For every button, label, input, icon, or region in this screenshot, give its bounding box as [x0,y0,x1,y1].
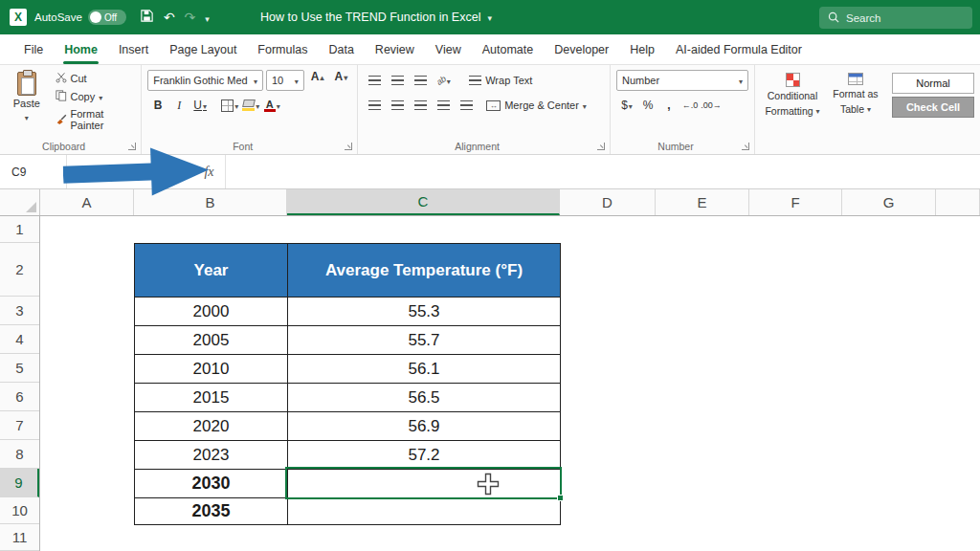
number-dialog-launcher-icon[interactable] [742,143,749,150]
font-color-button[interactable]: A [261,95,282,116]
number-format-select[interactable]: Number [616,70,748,91]
percent-style-button[interactable]: % [637,95,658,116]
accounting-format-button[interactable]: $ [616,95,637,116]
column-header-f[interactable]: F [749,189,842,215]
formula-input[interactable] [226,155,980,188]
document-title[interactable]: How to Use the TREND Function in Excel [260,0,492,34]
excel-logo-icon[interactable]: X [10,9,27,26]
row-header-3[interactable]: 3 [0,297,39,325]
spreadsheet[interactable]: A B C D E F G 1 2 3 4 5 6 7 8 9 10 11 Ye… [0,189,980,551]
cell-b8[interactable]: 2023 [135,441,288,470]
cell-c9-selected[interactable] [288,470,561,498]
table-header-temperature[interactable]: Average Temperature (°F) [288,244,561,298]
font-dialog-launcher-icon[interactable] [345,143,352,150]
conditional-formatting-button[interactable]: Conditional Formatting [761,70,824,137]
row-headers: 1 2 3 4 5 6 7 8 9 10 11 [0,216,40,551]
cut-button[interactable]: Cut [52,70,136,87]
increase-decimal-button[interactable]: ←.0 [679,95,701,116]
qat-customize-caret-icon[interactable] [205,10,210,25]
align-right-button[interactable] [410,95,431,116]
merge-center-button[interactable]: ↔ Merge & Center [482,98,590,113]
undo-icon[interactable] [164,10,175,25]
cell-c6[interactable]: 56.5 [288,384,561,412]
tab-home[interactable]: Home [54,34,108,64]
tab-developer[interactable]: Developer [544,34,619,64]
italic-button[interactable]: I [168,95,189,116]
column-header-e[interactable]: E [656,189,749,215]
tab-help[interactable]: Help [619,34,665,64]
underline-button[interactable]: U [189,95,211,116]
tab-view[interactable]: View [425,34,472,64]
cell-style-check-cell[interactable]: Check Cell [892,97,974,118]
cell-b4[interactable]: 2005 [135,326,288,355]
column-header-partial[interactable] [936,189,980,215]
save-icon[interactable] [140,9,154,26]
cell-b9[interactable]: 2030 [135,470,288,498]
table-header-year[interactable]: Year [135,244,288,298]
cell-b3[interactable]: 2000 [135,298,288,326]
tab-file[interactable]: File [13,34,54,64]
align-left-button[interactable] [364,95,385,116]
align-top-button[interactable] [364,70,385,91]
row-header-4[interactable]: 4 [0,325,39,354]
cell-c4[interactable]: 55.7 [288,326,561,355]
copy-button[interactable]: Copy [52,88,136,105]
redo-icon[interactable] [185,10,196,25]
tab-automate[interactable]: Automate [472,34,545,64]
column-header-d[interactable]: D [560,189,656,215]
cell-b5[interactable]: 2010 [135,355,288,384]
autosave-toggle[interactable]: Off [88,10,126,25]
tab-insert[interactable]: Insert [108,34,159,64]
cell-c5[interactable]: 56.1 [288,355,561,384]
name-box[interactable]: C9 [0,155,67,188]
font-size-select[interactable]: 10 [266,70,304,91]
alignment-dialog-launcher-icon[interactable] [597,143,605,150]
cell-c8[interactable]: 57.2 [288,441,561,470]
font-name-select[interactable]: Franklin Gothic Med [147,70,263,91]
increase-font-size-button[interactable]: A [307,70,328,91]
select-all-corner[interactable] [0,189,40,215]
format-as-table-button[interactable]: Format as Table [824,70,887,137]
decrease-indent-button[interactable] [433,95,454,116]
row-header-5[interactable]: 5 [0,354,39,383]
wrap-text-button[interactable]: Wrap Text [465,73,536,88]
paste-button[interactable]: Paste [6,70,48,137]
cell-style-normal[interactable]: Normal [892,73,974,94]
borders-button[interactable] [219,95,240,116]
row-header-8[interactable]: 8 [0,440,39,469]
row-header-6[interactable]: 6 [0,383,39,411]
cell-c3[interactable]: 55.3 [288,298,561,326]
tab-data[interactable]: Data [318,34,364,64]
fill-color-button[interactable] [240,95,261,116]
decrease-decimal-button[interactable]: .00→ [701,95,722,116]
tab-ai-formula-editor[interactable]: AI-aided Formula Editor [665,34,813,64]
row-header-2[interactable]: 2 [0,243,39,297]
row-header-10[interactable]: 10 [0,497,39,524]
cell-b7[interactable]: 2020 [135,412,288,441]
align-center-button[interactable] [387,95,408,116]
align-middle-button[interactable] [387,70,408,91]
cell-c7[interactable]: 56.9 [288,412,561,441]
cell-b6[interactable]: 2015 [135,384,288,412]
row-header-9[interactable]: 9 [0,469,39,497]
column-header-g[interactable]: G [842,189,936,215]
autosave-control[interactable]: AutoSave Off [34,10,126,25]
search-box[interactable]: Search [819,7,972,29]
column-header-c[interactable]: C [287,189,560,215]
increase-indent-button[interactable] [456,95,477,116]
comma-style-button[interactable]: , [658,95,679,116]
tab-formulas[interactable]: Formulas [247,34,318,64]
format-painter-button[interactable]: Format Painter [52,106,136,133]
align-bottom-button[interactable] [410,70,431,91]
conditional-formatting-icon [786,73,800,87]
row-header-1[interactable]: 1 [0,216,39,243]
tab-review[interactable]: Review [365,34,425,64]
cell-b10[interactable]: 2035 [135,498,288,525]
orientation-button[interactable]: ab [433,70,454,91]
cell-c10[interactable] [288,498,561,525]
bold-button[interactable]: B [147,95,168,116]
decrease-font-size-button[interactable]: A [330,70,351,91]
tab-page-layout[interactable]: Page Layout [159,34,247,64]
row-header-11[interactable]: 11 [0,524,39,551]
row-header-7[interactable]: 7 [0,411,39,440]
